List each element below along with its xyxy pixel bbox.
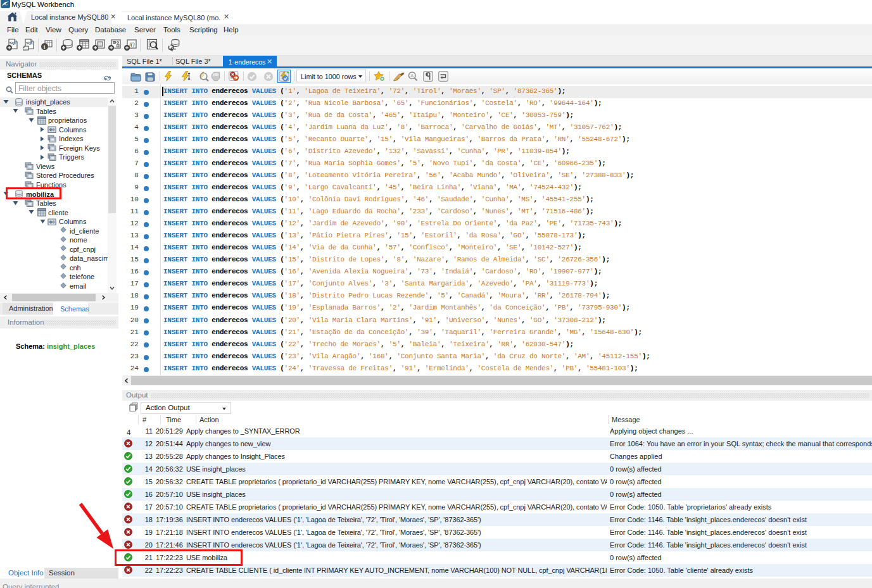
svg-text:f(): f() xyxy=(129,41,135,47)
svg-text:SQL: SQL xyxy=(9,41,17,45)
svg-text:A: A xyxy=(410,73,414,78)
svg-text:SQL: SQL xyxy=(26,41,34,45)
